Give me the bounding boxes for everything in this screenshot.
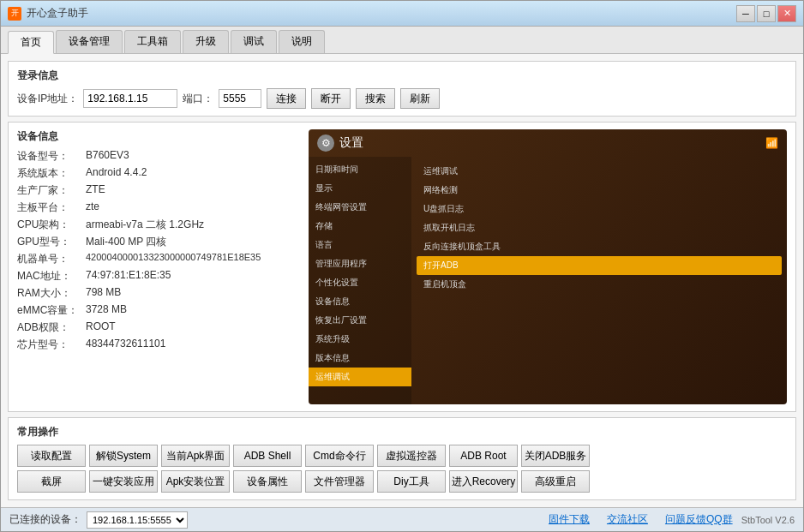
os-label: 系统版本： [17,166,86,181]
info-vendor: 生产厂家： ZTE [17,183,300,198]
version-text: StbTool V2.6 [741,515,795,525]
sidebar-personalize[interactable]: 个性化设置 [309,273,411,292]
status-links: 固件下载 交流社区 问题反馈QQ群 [549,512,733,527]
emmc-value: 3728 MB [86,303,127,318]
mac-value: 74:97:81:E1:8E:35 [86,269,171,284]
adb-value: ROOT [86,320,116,335]
maximize-button[interactable]: □ [757,5,776,22]
search-button[interactable]: 搜索 [356,88,395,109]
emmc-label: eMMC容量： [17,303,86,318]
menu-udisk-log[interactable]: U盘抓日志 [417,200,782,218]
menu-reboot[interactable]: 重启机顶盒 [417,275,782,294]
android-header: ⚙ 设置 📶 [309,129,787,157]
btn-diy-tools[interactable]: Diy工具 [377,470,446,493]
tab-upgrade[interactable]: 升级 [183,30,229,53]
firmware-link[interactable]: 固件下载 [549,512,590,527]
close-button[interactable]: ✕ [777,5,796,22]
tab-device-management[interactable]: 设备管理 [56,30,123,53]
info-model: 设备型号： B760EV3 [17,149,300,164]
btn-screenshot[interactable]: 截屏 [17,470,86,493]
board-label: 主板平台： [17,200,86,215]
android-main: 运维调试 网络检测 U盘抓日志 抓取开机日志 反向连接机顶盒工具 打开ADB 重… [411,157,787,404]
btn-advanced-reboot[interactable]: 高级重启 [521,470,590,493]
adb-label: ADB权限： [17,320,86,335]
login-section-title: 登录信息 [17,69,787,83]
minimize-button[interactable]: ─ [736,5,755,22]
btn-cmd[interactable]: Cmd命令行 [305,445,374,467]
disconnect-button[interactable]: 断开 [311,88,351,109]
sidebar-version[interactable]: 版本信息 [309,349,411,368]
ip-input[interactable] [83,89,177,108]
tab-debug[interactable]: 调试 [231,30,277,53]
btn-adb-root[interactable]: ADB Root [449,445,518,467]
feedback-link[interactable]: 问题反馈QQ群 [665,512,733,527]
wifi-icon: 📶 [765,137,778,149]
app-icon: 开 [8,7,21,21]
tab-help[interactable]: 说明 [279,30,325,53]
connect-button[interactable]: 连接 [267,88,306,109]
menu-reverse-connect[interactable]: 反向连接机顶盒工具 [417,237,782,256]
connected-device-select[interactable]: 192.168.1.15:5555 [87,511,188,529]
title-bar: 开 开心盒子助手 ─ □ ✕ [1,1,803,27]
info-board: 主板平台： zte [17,200,300,215]
tab-home[interactable]: 首页 [8,31,54,54]
btn-adb-shell[interactable]: ADB Shell [233,445,302,467]
ram-value: 798 MB [86,286,121,301]
sidebar-apps[interactable]: 管理应用程序 [309,254,411,273]
ops-row-1: 读取配置 解锁System 当前Apk界面 ADB Shell Cmd命令行 虚… [17,445,787,467]
ip-label: 设备IP地址： [17,92,78,106]
community-link[interactable]: 交流社区 [607,512,648,527]
btn-close-adb[interactable]: 关闭ADB服务 [521,445,590,467]
btn-virtual-remote[interactable]: 虚拟遥控器 [377,445,446,467]
info-adb: ADB权限： ROOT [17,320,300,335]
info-os: 系统版本： Android 4.4.2 [17,166,300,181]
sidebar-display[interactable]: 显示 [309,179,411,198]
window-controls: ─ □ ✕ [736,5,796,22]
sidebar-reset[interactable]: 恢复出厂设置 [309,311,411,330]
btn-read-config[interactable]: 读取配置 [17,445,86,467]
sidebar-language[interactable]: 语言 [309,236,411,254]
btn-current-apk[interactable]: 当前Apk界面 [161,445,230,467]
btn-enter-recovery[interactable]: 进入Recovery [449,470,518,493]
android-sidebar: 日期和时间 显示 终端网管设置 存储 语言 管理应用程序 个性化设置 设备信息 … [309,157,411,404]
device-section-title: 设备信息 [17,129,300,144]
info-gpu: GPU型号： Mali-400 MP 四核 [17,235,300,249]
ram-label: RAM大小： [17,286,86,301]
menu-open-adb[interactable]: 打开ADB [417,256,782,275]
connected-label: 已连接的设备： [9,512,81,527]
ops-row-2: 截屏 一键安装应用 Apk安装位置 设备属性 文件管理器 Diy工具 进入Rec… [17,470,787,493]
port-input[interactable] [219,89,261,108]
operations-rows: 读取配置 解锁System 当前Apk界面 ADB Shell Cmd命令行 虚… [17,445,787,493]
cpu-label: CPU架构： [17,218,86,232]
info-sn: 机器单号： 420004000013323000000749781E18E35 [17,252,300,266]
info-mac: MAC地址： 74:97:81:E1:8E:35 [17,269,300,284]
btn-device-props[interactable]: 设备属性 [233,470,302,493]
chip-label: 芯片型号： [17,338,86,352]
sidebar-devinfo[interactable]: 设备信息 [309,292,411,311]
sn-value: 420004000013323000000749781E18E35 [86,252,261,266]
refresh-button[interactable]: 刷新 [400,88,440,109]
android-content: 日期和时间 显示 终端网管设置 存储 语言 管理应用程序 个性化设置 设备信息 … [309,157,787,404]
device-info-section: 设备信息 设备型号： B760EV3 系统版本： Android 4.4.2 生… [8,122,796,412]
menu-netcheck[interactable]: 网络检测 [417,181,782,200]
login-row: 设备IP地址： 端口： 连接 断开 搜索 刷新 [17,88,787,109]
tab-toolbox[interactable]: 工具箱 [124,30,181,53]
sidebar-storage[interactable]: 存储 [309,217,411,236]
sidebar-upgrade[interactable]: 系统升级 [309,330,411,349]
main-content: 登录信息 设备IP地址： 端口： 连接 断开 搜索 刷新 设备信息 设备型号： … [1,54,803,507]
menu-boot-log[interactable]: 抓取开机日志 [417,218,782,237]
gpu-value: Mali-400 MP 四核 [86,235,166,249]
menu-maintenance[interactable]: 运维调试 [417,162,782,181]
sidebar-datetime[interactable]: 日期和时间 [309,160,411,179]
info-chip: 芯片型号： 48344732611101 [17,338,300,352]
board-value: zte [86,200,99,215]
btn-file-manager[interactable]: 文件管理器 [305,470,374,493]
btn-unlock-system[interactable]: 解锁System [89,445,158,467]
sidebar-maintenance[interactable]: 运维调试 [309,368,411,386]
btn-one-click-install[interactable]: 一键安装应用 [89,470,158,493]
gear-icon: ⚙ [317,134,334,152]
operations-section: 常用操作 读取配置 解锁System 当前Apk界面 ADB Shell Cmd… [8,417,796,500]
btn-apk-location[interactable]: Apk安装位置 [161,470,230,493]
sidebar-network[interactable]: 终端网管设置 [309,198,411,217]
info-cpu: CPU架构： armeabi-v7a 二核 1.2GHz [17,218,300,232]
